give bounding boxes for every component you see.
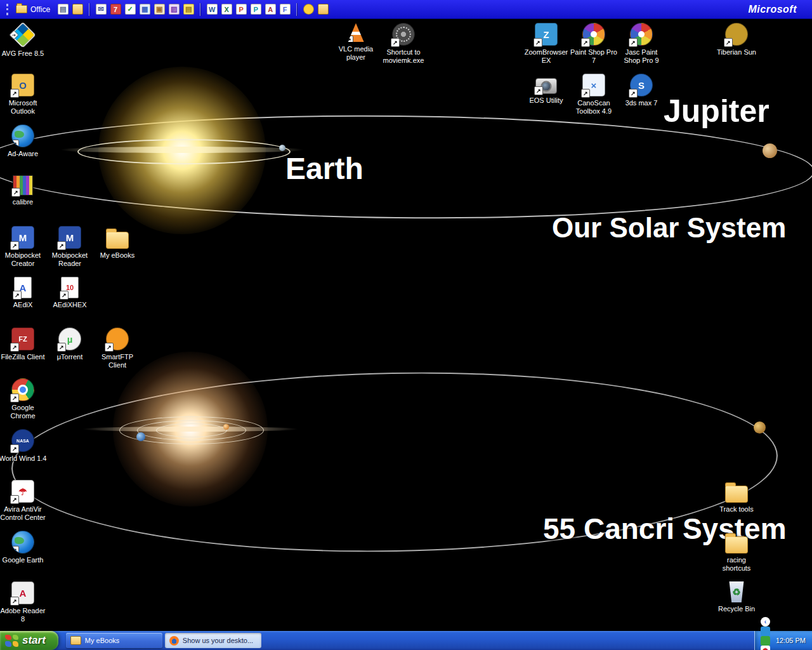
desktop-icon-filezilla[interactable]: FZ ↗ FileZilla Client <box>0 328 47 361</box>
world-wind-icon: NASA ↗ <box>11 429 34 452</box>
desktop-icon-recycle-bin[interactable]: ♻ Recycle Bin <box>712 581 761 613</box>
tray-hide-icons-chevron[interactable]: ‹ <box>761 617 770 627</box>
powerpoint-icon[interactable]: P <box>235 3 247 16</box>
taskbar-button-show-us-your-desktop[interactable]: Show us your deskto... <box>165 633 261 648</box>
desktop-icon-label: Avira AntiVir Control Center <box>0 505 47 521</box>
desktop[interactable]: Jupiter Earth Our Solar System 55 Cancri… <box>0 0 812 650</box>
schedule-icon[interactable]: ▦ <box>138 3 151 16</box>
desktop-icon-3ds-max[interactable]: S ↗ 3ds max 7 <box>617 74 665 107</box>
shortcut-arrow-badge: ↗ <box>10 30 19 39</box>
desktop-icon-world-wind[interactable]: NASA ↗ World Wind 1.4 <box>0 429 47 463</box>
desktop-icon-label: Mobipocket Creator <box>0 251 47 267</box>
shortcut-arrow-badge: ↗ <box>10 444 19 453</box>
tray-avira-icon[interactable]: ☂ <box>761 646 770 650</box>
desktop-icon-aedixhex[interactable]: 10 ↗ AEdiXHEX <box>46 277 94 309</box>
shortcut-arrow-badge: ↗ <box>629 89 638 98</box>
folder-icon[interactable] <box>317 3 329 16</box>
desktop-icon-moviemk[interactable]: ↗ Shortcut to moviemk.exe <box>379 23 428 64</box>
frontpage-icon[interactable]: F <box>278 3 291 16</box>
desktop-icon-canoscan-toolbox[interactable]: × ↗ CanoScan Toolbox 4.9 <box>570 74 618 115</box>
system-tray: ‹☂ 12:05 PM <box>754 631 812 650</box>
desktop-icon-google-earth[interactable]: ↗ Google Earth <box>0 531 47 564</box>
desktop-icon-label: World Wind 1.4 <box>0 454 47 463</box>
contacts-icon[interactable]: ▣ <box>153 3 166 16</box>
shortcut-arrow-badge: ↗ <box>10 343 19 352</box>
shortcut-arrow-badge: ↗ <box>11 140 19 147</box>
desktop-icon-jasc-paint-shop-pro-9[interactable]: ↗ Jasc Paint Shop Pro 9 <box>617 23 665 64</box>
desktop-icon-vlc[interactable]: ↗ VLC media player <box>332 23 380 61</box>
desktop-icon-my-ebooks[interactable]: My eBooks <box>93 226 141 260</box>
toolbar-grip[interactable] <box>6 4 10 15</box>
desktop-icon-smartftp[interactable]: ↗ SmartFTP Client <box>93 328 141 369</box>
office-toolbar-label: Office <box>30 5 50 14</box>
desktop-icon-label: Paint Shop Pro 7 <box>570 48 618 64</box>
taskbar-button-my-ebooks[interactable]: My eBooks <box>66 633 162 648</box>
windows-flag-icon <box>5 635 18 647</box>
shortcut-arrow-badge: ↗ <box>534 38 542 47</box>
desktop-icon-mobipocket-creator[interactable]: M ↗ Mobipocket Creator <box>0 226 47 267</box>
avg-free-icon: ↗ <box>10 22 36 48</box>
notes-icon[interactable]: ▤ <box>182 3 195 16</box>
desktop-icon-avg-free[interactable]: ↗ AVG Free 8.5 <box>0 23 47 58</box>
desktop-icon-calibre[interactable]: ↗ calibre <box>0 175 47 206</box>
jasc-paint-shop-pro-9-icon: ↗ <box>630 23 653 46</box>
desktop-icon-tiberian-sun[interactable]: ↗ Tiberian Sun <box>712 23 761 56</box>
desktop-icon-label: Mobipocket Reader <box>46 251 94 267</box>
desktop-icon-avira-antivir[interactable]: ☂ ↗ Avira AntiVir Control Center <box>0 480 47 521</box>
desktop-icon-label: Jasc Paint Shop Pro 9 <box>617 48 665 64</box>
desktop-icon-paint-shop-pro-7[interactable]: ↗ Paint Shop Pro 7 <box>570 23 618 64</box>
office-toolbar-icons: ▤ ✉ 7 ✓ ▦ ▣ ▨ ▤ W X P P A F <box>56 3 329 16</box>
desktop-icon-label: Ad-Aware <box>0 150 47 158</box>
desktop-icon-google-chrome[interactable]: ↗ Google Chrome <box>0 378 47 420</box>
tasks-icon[interactable]: ✓ <box>124 3 136 16</box>
desktop-icon-label: SmartFTP Client <box>93 353 141 369</box>
desktop-icon-mobipocket-reader[interactable]: M ↗ Mobipocket Reader <box>46 226 94 267</box>
access-icon[interactable]: A <box>264 3 277 16</box>
shortcut-arrow-badge: ↗ <box>10 89 19 98</box>
desktop-icon-eos-utility[interactable]: ↗ EOS Utility <box>522 74 570 105</box>
zoombrowser-icon: Z ↗ <box>535 23 558 46</box>
start-button[interactable]: start <box>0 631 58 650</box>
mail-icon[interactable]: ✉ <box>95 3 107 16</box>
new-document-icon[interactable]: ▤ <box>56 3 69 16</box>
clock-icon[interactable] <box>302 3 315 16</box>
desktop-icon-adobe-reader[interactable]: A ↗ Adobe Reader 8 <box>0 581 47 623</box>
firefox-icon <box>169 636 179 646</box>
calendar-icon[interactable]: 7 <box>109 3 122 16</box>
shortcut-arrow-badge: ↗ <box>534 86 543 95</box>
excel-icon[interactable]: X <box>220 3 233 16</box>
desktop-icon-label: My eBooks <box>93 251 141 260</box>
desktop-icon-label: 3ds max 7 <box>617 99 665 107</box>
desktop-icon-zoombrowser[interactable]: Z ↗ ZoomBrowser EX <box>522 23 570 64</box>
desktop-icon-label: Google Earth <box>0 556 47 564</box>
task-button-label: Show us your deskto... <box>183 637 253 644</box>
moviemk-icon: ↗ <box>392 23 415 46</box>
shortcut-arrow-badge: ↗ <box>57 241 66 250</box>
tray-smartftp-icon[interactable] <box>761 627 770 636</box>
tiberian-sun-icon: ↗ <box>725 23 748 46</box>
shortcut-arrow-badge: ↗ <box>10 597 19 606</box>
publisher-icon[interactable]: P <box>249 3 262 16</box>
google-earth-icon: ↗ <box>11 531 34 554</box>
desktop-icon-track-tools[interactable]: Track tools <box>712 480 761 514</box>
office-toolbar-title[interactable]: Office <box>15 4 54 15</box>
toolbar-separator <box>200 3 200 16</box>
desktop-icon-racing-shortcuts[interactable]: racing shortcuts <box>712 531 761 572</box>
desktop-icon-microsoft-outlook[interactable]: O ↗ Microsoft Outlook <box>0 74 47 115</box>
desktop-icon-label: ZoomBrowser EX <box>522 48 570 64</box>
desktop-icon-label: Adobe Reader 8 <box>0 607 47 623</box>
desktop-icon-utorrent[interactable]: µ ↗ μTorrent <box>46 328 94 361</box>
eos-utility-icon: ↗ <box>535 78 557 94</box>
desktop-icon-ad-aware[interactable]: ↗ Ad-Aware <box>0 124 47 158</box>
desktop-icon-label: VLC media player <box>332 45 380 61</box>
desktop-icon-label: EOS Utility <box>522 96 570 105</box>
tray-clock[interactable]: 12:05 PM <box>776 637 806 644</box>
shortcut-arrow-badge: ↗ <box>10 495 19 504</box>
toolbar-separator <box>296 3 297 16</box>
open-document-icon[interactable] <box>71 3 84 16</box>
desktop-icon-aedix[interactable]: A ↗ AEdiX <box>0 277 47 309</box>
word-icon[interactable]: W <box>206 3 218 16</box>
tray-display-icon[interactable] <box>761 636 770 646</box>
journal-icon[interactable]: ▨ <box>167 3 180 16</box>
task-buttons: My eBooks Show us your deskto... <box>66 633 261 648</box>
